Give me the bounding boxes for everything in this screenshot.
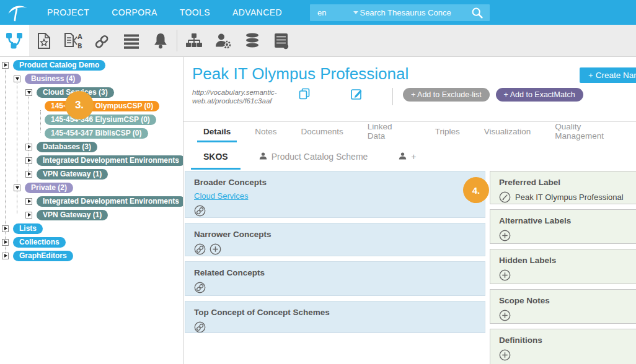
tree-node-blue[interactable]: Collections [13, 237, 66, 248]
expand-toggle-icon[interactable] [2, 253, 9, 259]
tree-node-teal_dark[interactable]: Integrated Development Environments [37, 196, 183, 207]
expand-toggle-icon[interactable] [25, 198, 32, 205]
tab-triples[interactable]: Triples [429, 122, 466, 142]
link-concept-icon[interactable] [194, 243, 206, 255]
chevron-down-icon [353, 11, 358, 14]
list-icon[interactable] [117, 25, 146, 56]
link-concept-icon[interactable] [194, 205, 206, 217]
add-to-exclude-list-button[interactable]: + Add to Exclude-list [403, 88, 490, 102]
triangle-glyph [28, 199, 31, 203]
person-icon [259, 152, 267, 162]
tree-node-teal_light[interactable]: 145-454-347 BiblisCSP (0) [45, 128, 148, 139]
step-badge-3: 3. [65, 91, 94, 119]
tab-linked-data[interactable]: Linked Data [361, 117, 417, 147]
tree-row: Cloud Services (3) [0, 85, 183, 99]
tree-row: VPN Gateway (1) [0, 208, 183, 222]
link-concept-icon[interactable] [194, 282, 206, 293]
tree-node-teal_dark[interactable]: VPN Gateway (1) [37, 169, 108, 180]
add-item-icon[interactable] [499, 269, 511, 281]
tree-node-teal_dark[interactable]: Integrated Development Environments [37, 155, 183, 166]
hierarchy-icon[interactable] [179, 25, 208, 56]
panel-actions-row [194, 243, 476, 255]
user-settings-icon[interactable] [208, 25, 237, 56]
expand-toggle-icon[interactable] [2, 225, 9, 232]
meta-divider [392, 88, 393, 105]
panel-definitions: Definitions [490, 329, 636, 364]
document-star-icon[interactable] [29, 25, 58, 56]
tree-row: Integrated Development Environments [0, 194, 183, 208]
tree-row: Databases (3) [0, 140, 183, 154]
edit-label-icon[interactable] [499, 191, 511, 203]
panel-title: Definitions [499, 336, 635, 345]
poolparty-logo-icon[interactable] [0, 3, 36, 22]
tree-node-blue[interactable]: Lists [13, 223, 43, 234]
menu-item-tools[interactable]: TOOLS [180, 7, 210, 17]
create-narrower-button[interactable]: + Create Nar [580, 67, 636, 83]
concept-title: Peak IT Olympus Professional [192, 64, 409, 84]
triangle-glyph [28, 158, 31, 162]
labels-column: Preferred LabelPeak IT Olympus Professio… [490, 171, 636, 364]
tree-node-teal_light[interactable]: 145-454-346 ElysiumCSP (0) [45, 115, 156, 125]
tree-node-blue[interactable]: GraphEditors [13, 251, 73, 261]
search-icon[interactable] [471, 7, 484, 19]
svg-text:B: B [77, 43, 82, 50]
edit-icon[interactable] [351, 88, 363, 100]
repository-icon[interactable] [267, 25, 296, 56]
menu-item-advanced[interactable]: ADVANCED [232, 7, 282, 17]
tab-notes[interactable]: Notes [249, 122, 283, 142]
app-window: PROJECTCORPORATOOLSADVANCED en AB Produc… [0, 0, 636, 364]
collapse-toggle-icon[interactable] [25, 89, 32, 96]
tab-quality-management[interactable]: Quality Management [549, 117, 636, 147]
expand-toggle-icon[interactable] [2, 62, 9, 69]
tree-node-orange[interactable]: 145-454-345 OlympusCSP (0) [45, 101, 159, 111]
scheme-tab-label: Product Catalog Scheme [272, 152, 368, 162]
link-icon[interactable] [87, 25, 117, 56]
collapse-toggle-icon[interactable] [14, 76, 20, 82]
triangle-glyph [4, 227, 7, 230]
tree-row: 145-454-347 BiblisCSP (0) [0, 126, 183, 140]
menu-item-project[interactable]: PROJECT [47, 7, 89, 17]
scheme-tab-label: SKOS [203, 152, 228, 162]
add-item-icon[interactable] [499, 230, 511, 241]
expand-toggle-icon[interactable] [2, 239, 9, 246]
link-concept-icon[interactable] [194, 321, 206, 333]
concept-meta-row: http://vocabulary.semantic-web.at/produc… [192, 88, 583, 105]
tree-node-purple[interactable]: Private (2) [25, 183, 73, 193]
expand-toggle-icon[interactable] [25, 144, 32, 150]
tab-details[interactable]: Details [197, 122, 237, 142]
expand-toggle-icon[interactable] [25, 157, 32, 164]
language-select[interactable]: en [310, 8, 358, 17]
scheme-tab-skos[interactable]: SKOS [191, 145, 241, 170]
add-item-icon[interactable] [210, 243, 221, 255]
tab-visualization[interactable]: Visualization [478, 122, 537, 142]
collapse-toggle-icon[interactable] [14, 184, 20, 191]
tree-node-purple[interactable]: Business (4) [25, 74, 81, 84]
tree-row: 145-454-346 ElysiumCSP (0) [0, 113, 183, 126]
copy-uri-icon[interactable] [299, 88, 310, 100]
extraction-icon[interactable]: AB [58, 25, 87, 56]
panel-preferred-label: Preferred LabelPeak IT Olympus Professio… [490, 171, 636, 204]
concept-scheme-icon[interactable] [0, 25, 29, 56]
concept-link[interactable]: Cloud Services [194, 191, 476, 201]
notifications-icon[interactable] [146, 25, 175, 56]
panel-title: Top Concept of Concept Schemes [194, 308, 476, 317]
search-container: en [310, 4, 490, 21]
scheme-tab-add[interactable]: + [386, 145, 428, 170]
add-item-icon[interactable] [499, 349, 511, 361]
scheme-tab-product-catalog-scheme[interactable]: Product Catalog Scheme [247, 145, 381, 170]
menu-item-corpora[interactable]: CORPORA [112, 7, 157, 17]
expand-toggle-icon[interactable] [25, 212, 32, 219]
database-icon[interactable] [237, 25, 267, 56]
add-item-icon[interactable] [499, 310, 511, 321]
tab-documents[interactable]: Documents [295, 122, 350, 142]
expand-toggle-icon[interactable] [25, 171, 32, 178]
add-to-exactmatch-button[interactable]: + Add to ExactMatch [496, 88, 583, 102]
tree-node-teal_dark[interactable]: VPN Gateway (1) [37, 210, 108, 220]
tree-node-blue[interactable]: Product Catalog Demo [13, 60, 105, 71]
tree-row: Business (4) [0, 72, 183, 85]
search-input[interactable] [358, 7, 470, 18]
triangle-glyph [4, 254, 7, 258]
panel-actions-row [499, 310, 635, 321]
language-value: en [317, 8, 326, 17]
tree-node-teal_dark[interactable]: Databases (3) [37, 142, 97, 152]
